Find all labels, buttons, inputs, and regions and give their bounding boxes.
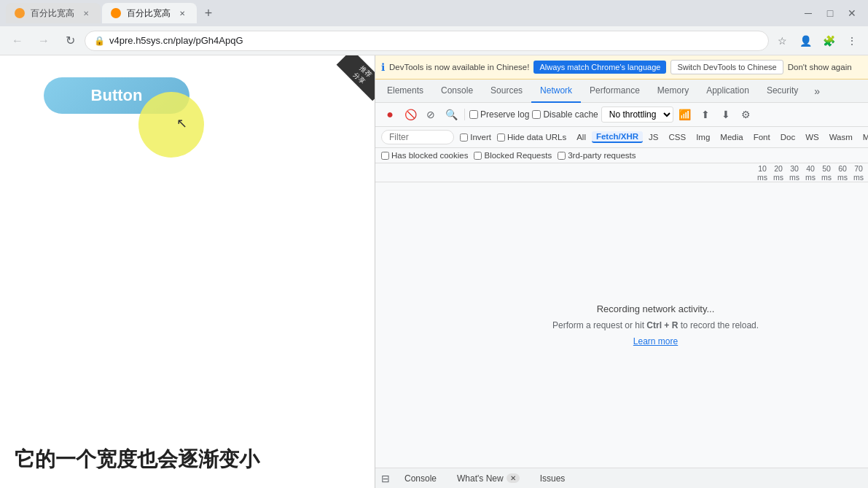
tick-30ms: 30 ms: [786, 164, 802, 182]
tab-sources[interactable]: Sources: [482, 80, 531, 103]
online-icon[interactable]: 📶: [676, 106, 694, 123]
close-button[interactable]: ✕: [842, 3, 862, 23]
tab-application[interactable]: Application: [697, 80, 758, 103]
tick-70ms: 70 ms: [851, 164, 867, 182]
devtools-dock-icon[interactable]: ⊟: [381, 473, 390, 484]
switch-devtools-button[interactable]: Switch DevTools to Chinese: [670, 60, 783, 74]
yellow-circle: [138, 92, 204, 158]
tab-favicon-1: [15, 8, 25, 18]
extension-button[interactable]: 🧩: [818, 31, 839, 51]
forward-button[interactable]: →: [32, 29, 55, 53]
export-button[interactable]: ⬇: [717, 106, 735, 123]
throttle-select[interactable]: No throttling: [601, 106, 673, 123]
hide-data-urls-checkbox[interactable]: Hide data URLs: [497, 133, 566, 142]
has-blocked-cookies-checkbox[interactable]: Has blocked cookies: [381, 151, 468, 160]
preserve-log-checkbox[interactable]: Preserve log: [469, 109, 529, 120]
filter-wasm[interactable]: Wasm: [825, 132, 857, 142]
back-button[interactable]: ←: [6, 29, 29, 53]
whats-new-close[interactable]: ✕: [507, 473, 520, 483]
disable-cache-checkbox[interactable]: Disable cache: [532, 109, 598, 120]
devtools-tabs: Elements Console Sources Network Perform…: [375, 80, 868, 103]
filter-manifest[interactable]: Manifest: [859, 132, 868, 142]
devtools-panel: ℹ DevTools is now available in Chinese! …: [375, 55, 868, 488]
filter-input[interactable]: [381, 130, 454, 144]
filter-button[interactable]: ⊘: [422, 106, 439, 123]
filter-fetch-xhr[interactable]: Fetch/XHR: [592, 131, 643, 143]
info-icon: ℹ: [381, 61, 385, 73]
browser-chrome: 百分比宽高 ✕ 百分比宽高 ✕ + ─ □ ✕ ← → ↻ 🔒 v4pre.h5…: [0, 0, 868, 488]
bookmark-button[interactable]: ☆: [772, 31, 792, 51]
tab-close-1[interactable]: ✕: [80, 7, 92, 19]
disable-cache-input[interactable]: [532, 110, 541, 119]
hide-data-urls-input[interactable]: [497, 133, 505, 142]
tab-2[interactable]: 百分比宽高 ✕: [102, 3, 197, 23]
infobar-text: DevTools is now available in Chinese!: [389, 63, 529, 71]
page-button-label: Button: [91, 86, 143, 105]
new-tab-button[interactable]: +: [198, 3, 219, 23]
filter-all[interactable]: All: [572, 132, 590, 142]
maximize-button[interactable]: □: [820, 3, 840, 23]
menu-button[interactable]: ⋮: [842, 31, 862, 51]
tab-security[interactable]: Security: [758, 80, 807, 103]
tab-console[interactable]: Console: [432, 80, 482, 103]
tick-50ms: 50 ms: [818, 164, 834, 182]
invert-checkbox[interactable]: Invert: [460, 133, 491, 142]
record-button[interactable]: ●: [381, 106, 399, 123]
tick-10ms: 10 ms: [754, 164, 770, 182]
record-hint: Perform a request or hit Ctrl + R to rec…: [552, 320, 759, 330]
filter-js[interactable]: JS: [644, 132, 662, 142]
tab-elements[interactable]: Elements: [378, 80, 432, 103]
blocked-requests-input[interactable]: [474, 152, 482, 160]
search-button[interactable]: 🔍: [442, 106, 460, 123]
dont-show-again[interactable]: Don't show again: [788, 63, 852, 71]
tab-1[interactable]: 百分比宽高 ✕: [6, 3, 101, 23]
third-party-checkbox[interactable]: 3rd-party requests: [558, 151, 636, 160]
filter-media[interactable]: Media: [716, 132, 747, 142]
main-content: 推荐分享 Button ↖ 它的一个宽度也会逐渐变小 ℹ DevTools is…: [0, 55, 868, 488]
bottom-tab-issues[interactable]: Issues: [534, 468, 571, 489]
filter-img[interactable]: Img: [692, 132, 714, 142]
tab-bar: 百分比宽高 ✕ 百分比宽高 ✕ + ─ □ ✕: [0, 0, 868, 26]
tab-network[interactable]: Network: [531, 80, 581, 103]
clear-button[interactable]: 🚫: [402, 106, 419, 123]
recording-text: Recording network activity...: [597, 303, 715, 314]
devtools-bottom-bar: ⊟ Console What's New ✕ Issues: [375, 468, 868, 488]
url-bar[interactable]: 🔒 v4pre.h5sys.cn/play/pGh4ApqG: [85, 31, 769, 51]
devtools-infobar: ℹ DevTools is now available in Chinese! …: [375, 55, 868, 80]
filter-css[interactable]: CSS: [665, 132, 691, 142]
match-language-button[interactable]: Always match Chrome's language: [533, 61, 666, 74]
devtools-toolbar: ● 🚫 ⊘ 🔍 Preserve log Disable cache No th…: [375, 103, 868, 127]
reload-button[interactable]: ↻: [58, 29, 82, 53]
webpage: 推荐分享 Button ↖ 它的一个宽度也会逐渐变小: [0, 55, 375, 488]
minimize-button[interactable]: ─: [798, 3, 818, 23]
address-bar: ← → ↻ 🔒 v4pre.h5sys.cn/play/pGh4ApqG ☆ 👤…: [0, 26, 868, 55]
profile-button[interactable]: 👤: [795, 31, 816, 51]
timeline-ticks: 10 ms 20 ms 30 ms 40 ms 50 ms 60 ms 70 m…: [754, 164, 868, 182]
bottom-tab-whats-new[interactable]: What's New ✕: [451, 468, 525, 489]
has-blocked-cookies-input[interactable]: [381, 152, 389, 160]
lock-icon: 🔒: [94, 36, 105, 46]
network-empty-state: Recording network activity... Perform a …: [375, 182, 868, 468]
timeline-header: 10 ms 20 ms 30 ms 40 ms 50 ms 60 ms 70 m…: [375, 163, 868, 182]
tab-memory[interactable]: Memory: [649, 80, 697, 103]
network-settings-button[interactable]: ⚙: [738, 106, 755, 123]
filter-doc[interactable]: Doc: [776, 132, 799, 142]
tab-label-1: 百分比宽高: [31, 7, 74, 20]
preserve-log-input[interactable]: [469, 110, 478, 119]
more-tabs-button[interactable]: »: [808, 85, 826, 97]
learn-more-link[interactable]: Learn more: [633, 336, 678, 346]
blocked-requests-checkbox[interactable]: Blocked Requests: [474, 151, 552, 160]
tab-close-2[interactable]: ✕: [176, 7, 188, 19]
subtitle-text: 它的一个宽度也会逐渐变小: [15, 446, 259, 473]
filter-font[interactable]: Font: [749, 132, 775, 142]
tab-performance[interactable]: Performance: [581, 80, 649, 103]
filter-ws[interactable]: WS: [801, 132, 824, 142]
window-controls: ─ □ ✕: [798, 3, 862, 23]
import-button[interactable]: ⬆: [697, 106, 714, 123]
corner-banner: 推荐分享: [324, 55, 375, 106]
bottom-tab-console[interactable]: Console: [399, 468, 442, 489]
third-party-input[interactable]: [558, 152, 566, 160]
tab-label-2: 百分比宽高: [127, 7, 171, 20]
tick-60ms: 60 ms: [834, 164, 851, 182]
invert-input[interactable]: [460, 133, 468, 142]
